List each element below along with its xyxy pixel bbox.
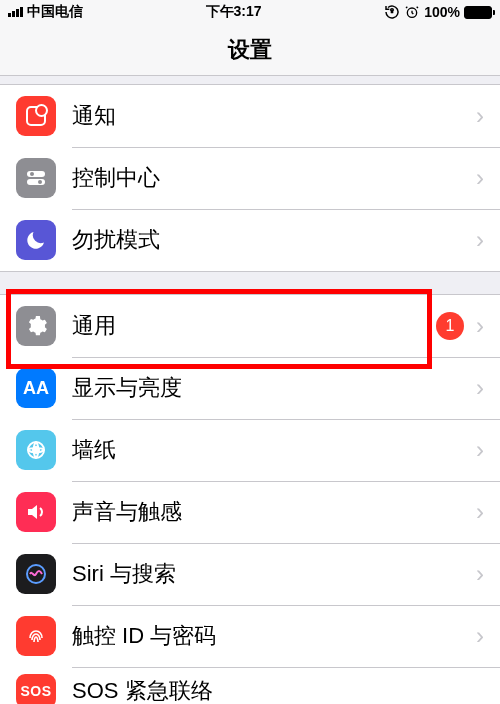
row-do-not-disturb[interactable]: 勿扰模式 › <box>0 209 500 271</box>
chevron-right-icon: › <box>476 374 484 402</box>
chevron-right-icon: › <box>476 560 484 588</box>
gear-icon <box>16 306 56 346</box>
row-label: 通知 <box>72 101 468 131</box>
row-label: 显示与亮度 <box>72 373 468 403</box>
row-wallpaper[interactable]: 墙纸 › <box>0 419 500 481</box>
row-touch-id-passcode[interactable]: 触控 ID 与密码 › <box>0 605 500 667</box>
row-label: Siri 与搜索 <box>72 559 468 589</box>
chevron-right-icon: › <box>476 498 484 526</box>
row-label: 通用 <box>72 311 436 341</box>
rotation-lock-icon <box>384 4 400 20</box>
status-time: 下午3:17 <box>206 3 262 21</box>
row-label: 墙纸 <box>72 435 468 465</box>
row-emergency-sos[interactable]: SOS SOS 紧急联络 <box>0 667 500 704</box>
row-sounds-haptics[interactable]: 声音与触感 › <box>0 481 500 543</box>
svg-rect-2 <box>27 171 45 177</box>
chevron-right-icon: › <box>476 102 484 130</box>
moon-icon <box>16 220 56 260</box>
row-siri-search[interactable]: Siri 与搜索 › <box>0 543 500 605</box>
notifications-icon <box>16 96 56 136</box>
chevron-right-icon: › <box>476 226 484 254</box>
row-notifications[interactable]: 通知 › <box>0 85 500 147</box>
svg-point-4 <box>30 172 34 176</box>
chevron-right-icon: › <box>476 622 484 650</box>
row-general[interactable]: 通用 1 › <box>0 295 500 357</box>
control-center-icon <box>16 158 56 198</box>
row-display-brightness[interactable]: AA 显示与亮度 › <box>0 357 500 419</box>
status-left: 中国电信 <box>8 3 83 21</box>
status-right: 100% <box>384 4 492 20</box>
battery-icon <box>464 6 492 19</box>
chevron-right-icon: › <box>476 164 484 192</box>
wallpaper-icon <box>16 430 56 470</box>
sound-icon <box>16 492 56 532</box>
status-bar: 中国电信 下午3:17 100% <box>0 0 500 24</box>
row-label: 控制中心 <box>72 163 468 193</box>
page-title: 设置 <box>228 35 272 65</box>
svg-point-5 <box>38 180 42 184</box>
display-icon: AA <box>16 368 56 408</box>
nav-bar: 设置 <box>0 24 500 76</box>
siri-icon <box>16 554 56 594</box>
sos-icon: SOS <box>16 674 56 704</box>
settings-group-1: 通知 › 控制中心 › 勿扰模式 › <box>0 84 500 272</box>
battery-pct: 100% <box>424 4 460 20</box>
chevron-right-icon: › <box>476 436 484 464</box>
row-label: 触控 ID 与密码 <box>72 621 468 651</box>
fingerprint-icon <box>16 616 56 656</box>
row-label: 勿扰模式 <box>72 225 468 255</box>
signal-bars-icon <box>8 7 23 17</box>
svg-rect-3 <box>27 179 45 185</box>
chevron-right-icon: › <box>476 312 484 340</box>
row-control-center[interactable]: 控制中心 › <box>0 147 500 209</box>
alarm-icon <box>404 4 420 20</box>
settings-group-2: 通用 1 › AA 显示与亮度 › 墙纸 › 声音与触感 › Siri 与搜索 … <box>0 294 500 704</box>
row-label: SOS 紧急联络 <box>72 676 484 704</box>
carrier-label: 中国电信 <box>27 3 83 21</box>
annotation-badge: 1 <box>436 312 464 340</box>
row-label: 声音与触感 <box>72 497 468 527</box>
